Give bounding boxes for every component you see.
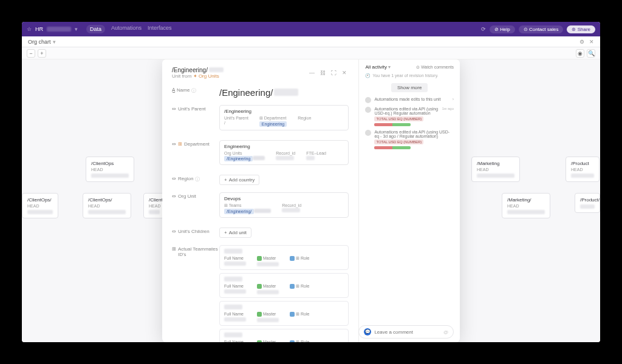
field-children-label: Unit's Children xyxy=(178,229,210,234)
history-note: You have 1 year of revision history. xyxy=(372,73,438,78)
star-icon[interactable]: ☆ xyxy=(27,26,32,32)
avatar-icon xyxy=(365,130,371,136)
field-teammates-label: Actual Teammates ID's xyxy=(178,246,219,257)
field-dept-label: Department xyxy=(184,141,210,147)
comment-input[interactable] xyxy=(374,329,440,335)
link-icon: ⇔ xyxy=(172,194,176,199)
view-title[interactable]: Org chart xyxy=(28,39,51,45)
org-card-product-sub[interactable]: /Product/ xyxy=(575,193,600,213)
record-modal: /Engineering/ Unit from ✦ Org Units — ⛓ … xyxy=(162,59,460,342)
search-icon[interactable]: 🔍 xyxy=(587,49,595,58)
workspace-subtitle-placeholder xyxy=(47,27,71,32)
minimize-icon[interactable]: — xyxy=(307,69,316,77)
activity-item: Automations edited via API (using USD-eq… xyxy=(365,107,454,126)
plus-icon: + xyxy=(224,230,227,235)
link-icon: ⇔ xyxy=(172,176,176,181)
org-card-product[interactable]: /Product HEAD xyxy=(566,157,600,182)
teammate-card[interactable]: Full Name Master ⊞ Role xyxy=(219,301,349,326)
zoom-out-button[interactable]: − xyxy=(27,49,35,58)
canvas-toolbar: − + ◉ 🔍 xyxy=(22,47,600,59)
show-more-button[interactable]: Show more xyxy=(391,83,428,92)
activity-item: Automations edited via API (using USD-eq… xyxy=(365,130,454,149)
field-name-label: Name xyxy=(177,87,190,93)
teammate-card[interactable]: Full Name Master ⊞ Role xyxy=(219,245,349,270)
tab-automations[interactable]: Automations xyxy=(111,25,142,33)
lookup-icon: ⊞ xyxy=(172,246,176,252)
add-unit-button[interactable]: +Add unit xyxy=(219,228,251,238)
sub-header: Org chart ▾ ⚙ ✕ xyxy=(22,36,600,47)
avatar-icon xyxy=(365,97,371,103)
comment-input-box[interactable]: 💬 @ xyxy=(358,325,454,339)
tab-interfaces[interactable]: Interfaces xyxy=(148,25,172,33)
link-icon[interactable]: ⛓ xyxy=(318,69,327,77)
org-card-clientops-sub1[interactable]: /ClientOps/ HEAD xyxy=(22,193,58,218)
history-icon[interactable]: ⟳ xyxy=(481,26,486,32)
breadcrumb-prefix: Unit from xyxy=(172,73,193,79)
org-chart-canvas[interactable]: /ClientOps HEAD /ClientOps/ HEAD /Client… xyxy=(22,59,600,342)
link-icon: ⇔ xyxy=(172,229,176,234)
top-nav-bar: ☆ HR ▾ Data Automations Interfaces ⟳ ⊘ H… xyxy=(22,22,600,36)
orgunit-record-card[interactable]: Devops ⊞ Teams/Engineering/ Record_id xyxy=(219,192,349,218)
org-card-marketing-sub[interactable]: /Marketing/ HEAD xyxy=(502,193,550,218)
field-parent-label: Unit's Parent xyxy=(178,106,206,112)
chevron-down-icon: ▾ xyxy=(388,64,391,70)
org-card-marketing[interactable]: /Marketing HEAD xyxy=(471,157,520,182)
avatar-icon xyxy=(365,107,371,113)
teammate-card[interactable]: Full Name Master ⊞ Role xyxy=(219,329,349,342)
name-value[interactable]: /Engineering/ xyxy=(219,87,273,98)
link-icon: ⇔ xyxy=(172,141,176,147)
field-region-label: Region xyxy=(178,176,193,181)
plus-icon: + xyxy=(224,177,227,183)
close-icon[interactable]: ✕ xyxy=(340,69,349,77)
expand-icon[interactable]: ⛶ xyxy=(329,69,338,77)
settings-icon[interactable]: ⚙ xyxy=(579,39,584,45)
chevron-down-icon[interactable]: ▾ xyxy=(53,39,56,45)
org-card-clientops-sub2[interactable]: /ClientOps/ HEAD xyxy=(83,193,131,218)
breadcrumb-link[interactable]: ✦ Org Units xyxy=(193,73,219,79)
zoom-in-button[interactable]: + xyxy=(38,49,46,58)
parent-record-card[interactable]: /Engineering Unit's Parent/ ⊞ Department… xyxy=(219,105,349,130)
link-icon: ⇔ xyxy=(172,106,176,112)
comment-icon: 💬 xyxy=(364,328,371,335)
activity-item: Automations made edits to this unit › xyxy=(365,97,454,103)
chevron-down-icon[interactable]: ▾ xyxy=(75,26,78,32)
clock-icon: 🕘 xyxy=(365,73,371,78)
activity-tab[interactable]: All activity ▾ xyxy=(365,64,391,70)
help-icon[interactable]: ◉ xyxy=(576,49,584,58)
watch-comments-button[interactable]: ⊙ Watch comments xyxy=(416,65,454,70)
add-country-button[interactable]: +Add country xyxy=(219,175,259,185)
help-button[interactable]: ⊘ Help xyxy=(490,25,515,33)
at-mention-icon[interactable]: @ xyxy=(443,329,448,335)
contact-sales-button[interactable]: ⊙ Contact sales xyxy=(519,25,564,33)
workspace-title[interactable]: HR xyxy=(35,26,43,32)
text-icon: A̲ xyxy=(172,87,175,93)
org-card-clientops[interactable]: /ClientOps HEAD xyxy=(86,157,134,182)
tab-data[interactable]: Data xyxy=(86,25,105,33)
field-orgunit-label: Org Unit xyxy=(178,194,196,199)
modal-title: /Engineering/ xyxy=(172,67,208,73)
teammate-card[interactable]: Full Name Master ⊞ Role xyxy=(219,273,349,298)
department-record-card[interactable]: Engineering Org Units/Engineering Record… xyxy=(219,140,349,165)
close-icon[interactable]: ✕ xyxy=(589,39,594,45)
share-button[interactable]: ⊛ Share xyxy=(567,25,595,33)
